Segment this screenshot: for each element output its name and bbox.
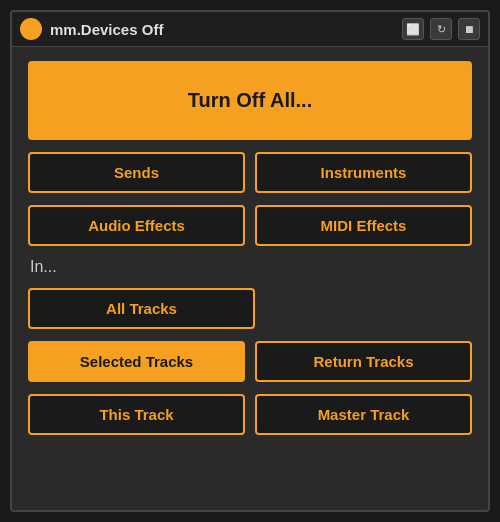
panel-content: Turn Off All... Sends Instruments Audio …	[12, 47, 488, 449]
track-row-2: Selected Tracks Return Tracks	[28, 341, 472, 382]
master-track-button[interactable]: Master Track	[255, 394, 472, 435]
audio-effects-button[interactable]: Audio Effects	[28, 205, 245, 246]
instruments-button[interactable]: Instruments	[255, 152, 472, 193]
all-tracks-button[interactable]: All Tracks	[28, 288, 255, 329]
device-panel: mm.Devices Off ⬜ ↻ ⏹ Turn Off All... Sen…	[10, 10, 490, 512]
selected-tracks-button[interactable]: Selected Tracks	[28, 341, 245, 382]
refresh-icon[interactable]: ↻	[430, 18, 452, 40]
title-bar: mm.Devices Off ⬜ ↻ ⏹	[12, 12, 488, 47]
title-icons: ⬜ ↻ ⏹	[402, 18, 480, 40]
midi-effects-button[interactable]: MIDI Effects	[255, 205, 472, 246]
sends-button[interactable]: Sends	[28, 152, 245, 193]
return-tracks-button[interactable]: Return Tracks	[255, 341, 472, 382]
all-tracks-row: All Tracks	[28, 288, 472, 329]
effect-row-2: Audio Effects MIDI Effects	[28, 205, 472, 246]
window-icon[interactable]: ⬜	[402, 18, 424, 40]
turn-off-all-button[interactable]: Turn Off All...	[28, 61, 472, 140]
power-indicator	[20, 18, 42, 40]
panel-title: mm.Devices Off	[50, 21, 394, 38]
stop-icon[interactable]: ⏹	[458, 18, 480, 40]
in-label: In...	[28, 258, 472, 276]
track-row-3: This Track Master Track	[28, 394, 472, 435]
effect-row-1: Sends Instruments	[28, 152, 472, 193]
this-track-button[interactable]: This Track	[28, 394, 245, 435]
